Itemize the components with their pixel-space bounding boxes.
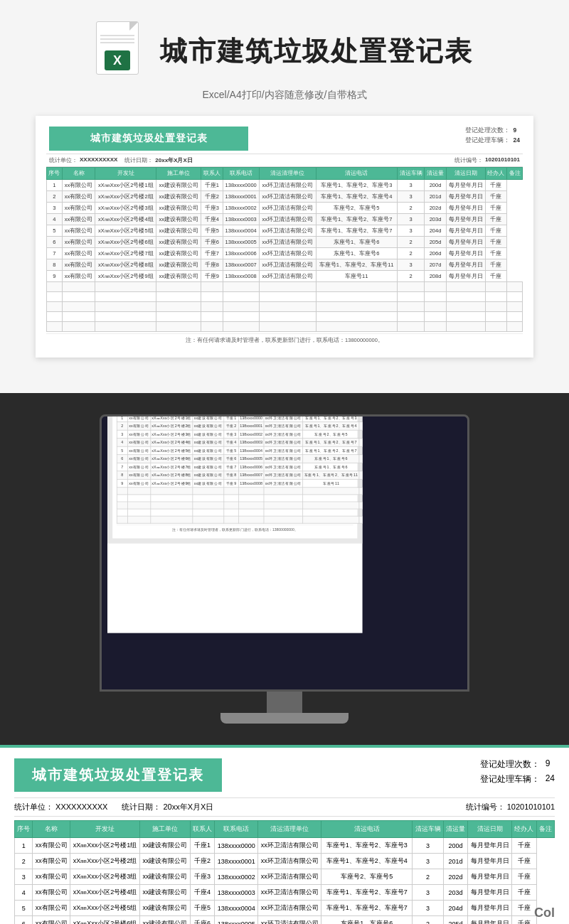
- table-header: 备注: [536, 821, 554, 838]
- table-header: 清运量: [443, 821, 467, 838]
- table-header: 开发址: [95, 168, 156, 180]
- monitor-section: 城市建筑垃圾处置登记表 登记处理次数：9 登记处理车辆：24 统计单位：XXXX…: [0, 393, 569, 745]
- table-header: 名称: [62, 168, 95, 180]
- table-header: 序号: [47, 168, 63, 180]
- table-row: 3xx有限公司xX㎜Xxx小区2号楼3组xx建设有限公司千座3138xxxx00…: [117, 430, 362, 439]
- table-row: 8xx有限公司xX㎜Xxx小区2号楼8组xx建设有限公司千座8138xxxx00…: [117, 471, 362, 480]
- table-row: [117, 502, 362, 509]
- bottom-header: 城市建筑垃圾处置登记表 登记处理次数： 9 登记处理车辆： 24: [14, 758, 555, 792]
- table-row: 5xx有限公司xX㎜Xxx小区2号楼5组xx建设有限公司千座5138xxxx00…: [117, 446, 362, 455]
- table-header: 清运电话: [316, 168, 397, 180]
- table-row: 5xx有限公司xX㎜Xxx小区2号楼5组xx建设有限公司千座5138xxxx00…: [15, 901, 555, 916]
- table-row: [47, 312, 523, 322]
- table-header: 清运量: [425, 168, 446, 180]
- table-row: 7xx有限公司xX㎜Xxx小区2号楼7组xx建设有限公司千座7138xxxx00…: [117, 463, 362, 471]
- table-row: [47, 302, 523, 312]
- table-header: 清运清理单位: [258, 821, 321, 838]
- main-table: 序号名称开发址施工单位联系人联系电话清运清理单位清运电话清运车辆清运量清运日期经…: [46, 167, 523, 332]
- table-row: 6xx有限公司xX㎜Xxx小区2号楼6组xx建设有限公司千座6138xxxx00…: [117, 455, 362, 463]
- table-row: 5xx有限公司xX㎜Xxx小区2号楼5组xx建设有限公司千座5138xxxx00…: [47, 225, 523, 237]
- table-header: 清运车辆: [413, 821, 444, 838]
- table-row: 2xx有限公司xX㎜Xxx小区2号楼2组xx建设有限公司千座2138xxxx00…: [47, 191, 523, 203]
- title-area: X 城市建筑垃圾处置登记表: [96, 21, 473, 82]
- table-row: 7xx有限公司xX㎜Xxx小区2号楼7组xx建设有限公司千座7138xxxx00…: [47, 248, 523, 259]
- table-row: 8xx有限公司xX㎜Xxx小区2号楼8组xx建设有限公司千座8138xxxx00…: [47, 259, 523, 271]
- table-row: 4xx有限公司xX㎜Xxx小区2号楼4组xx建设有限公司千座4138xxxx00…: [15, 885, 555, 901]
- table-row: [117, 488, 362, 495]
- table-row: [47, 292, 523, 302]
- table-row: 6xx有限公司xX㎜Xxx小区2号楼6组xx建设有限公司千座6138xxxx00…: [47, 237, 523, 248]
- table-header: 备注: [507, 168, 523, 180]
- table-row: [117, 495, 362, 502]
- table-row: 9xx有限公司xX㎜Xxx小区2号楼9组xx建设有限公司千座9138xxxx00…: [117, 480, 362, 488]
- table-row: 2xx有限公司xX㎜Xxx小区2号楼2组xx建设有限公司千座2138xxxx00…: [117, 422, 362, 431]
- monitor-neck: [267, 692, 302, 713]
- table-header: 序号: [15, 821, 33, 838]
- table-header: 联系人: [190, 821, 214, 838]
- excel-icon: X: [96, 21, 146, 82]
- table-header: 经办人: [485, 168, 506, 180]
- bottom-meta: 登记处理次数： 9 登记处理车辆： 24: [480, 758, 555, 785]
- monitor-table: 序号名称开发址施工单位联系人联系电话清运清理单位清运电话清运车辆清运量清运日期经…: [117, 414, 363, 524]
- table-row: 1xx有限公司xX㎜Xxx小区2号楼1组xx建设有限公司千座1138xxxx00…: [47, 180, 523, 191]
- main-title: 城市建筑垃圾处置登记表: [160, 33, 473, 70]
- table-row: 9xx有限公司xX㎜Xxx小区2号楼9组xx建设有限公司千座9138xxxx00…: [47, 271, 523, 282]
- table-header: 经办人: [512, 821, 536, 838]
- table-header: 开发址: [70, 821, 140, 838]
- table-row: [117, 509, 362, 516]
- subtitle: Excel/A4打印/内容随意修改/自带格式: [202, 89, 366, 102]
- bottom-info-bar: 统计单位： XXXXXXXXXX 统计日期： 20xx年X月X日 统计编号： 1…: [14, 797, 555, 817]
- table-row: [47, 322, 523, 332]
- table-row: 3xx有限公司xX㎜Xxx小区2号楼3组xx建设有限公司千座3138xxxx00…: [47, 203, 523, 214]
- table-header: 名称: [33, 821, 70, 838]
- table-row: 1xx有限公司xX㎜Xxx小区2号楼1组xx建设有限公司千座1138xxxx00…: [117, 414, 362, 422]
- bottom-table: 序号名称开发址施工单位联系人联系电话清运清理单位清运电话清运车辆清运量清运日期经…: [14, 820, 555, 924]
- table-header: 清运电话: [321, 821, 413, 838]
- table-header: 清运车辆: [397, 168, 425, 180]
- table-header: 联系人: [201, 168, 223, 180]
- document-preview: 城市建筑垃圾处置登记表 登记处理次数： 9 登记处理车辆： 24 统计单位：: [36, 116, 533, 358]
- table-row: 1xx有限公司xX㎜Xxx小区2号楼1组xx建设有限公司千座1138xxxx00…: [15, 838, 555, 854]
- table-header: 施工单位: [156, 168, 201, 180]
- doc-title: 城市建筑垃圾处置登记表: [49, 127, 248, 151]
- doc-info-bar: 统计单位： XXXXXXXXXX 统计日期： 20xx年X月X日 统计编号： 1…: [46, 154, 523, 167]
- table-row: 6xx有限公司xX㎜Xxx小区2号楼6组xx建设有限公司千座6138xxxx00…: [15, 916, 555, 925]
- table-row: [47, 282, 523, 292]
- doc-meta-right: 登记处理次数： 9 登记处理车辆： 24: [465, 127, 520, 145]
- doc-footer: 注：有任何请求请及时管理者，联系更新部门进行，联系电话：13800000000。: [46, 333, 523, 347]
- table-header: 施工单位: [139, 821, 190, 838]
- col-label: Col: [534, 906, 555, 920]
- bottom-section: 城市建筑垃圾处置登记表 登记处理次数： 9 登记处理车辆： 24 统计单位： X…: [0, 745, 569, 924]
- table-header: 联系电话: [223, 168, 259, 180]
- monitor-screen: 城市建筑垃圾处置登记表 登记处理次数：9 登记处理车辆：24 统计单位：XXXX…: [100, 414, 469, 692]
- table-row: [117, 516, 362, 523]
- table-row: 3xx有限公司xX㎜Xxx小区2号楼3组xx建设有限公司千座3138xxxx00…: [15, 869, 555, 885]
- table-header: 清运日期: [468, 821, 512, 838]
- table-header: 清运日期: [446, 168, 485, 180]
- table-header: 清运清理单位: [259, 168, 316, 180]
- monitor-base: [220, 713, 349, 724]
- table-row: 4xx有限公司xX㎜Xxx小区2号楼4组xx建设有限公司千座4138xxxx00…: [117, 439, 362, 447]
- bottom-title: 城市建筑垃圾处置登记表: [14, 758, 222, 792]
- table-row: 2xx有限公司xX㎜Xxx小区2号楼2组xx建设有限公司千座2138xxxx00…: [15, 854, 555, 869]
- table-row: 4xx有限公司xX㎜Xxx小区2号楼4组xx建设有限公司千座4138xxxx00…: [47, 214, 523, 225]
- table-header: 联系电话: [215, 821, 258, 838]
